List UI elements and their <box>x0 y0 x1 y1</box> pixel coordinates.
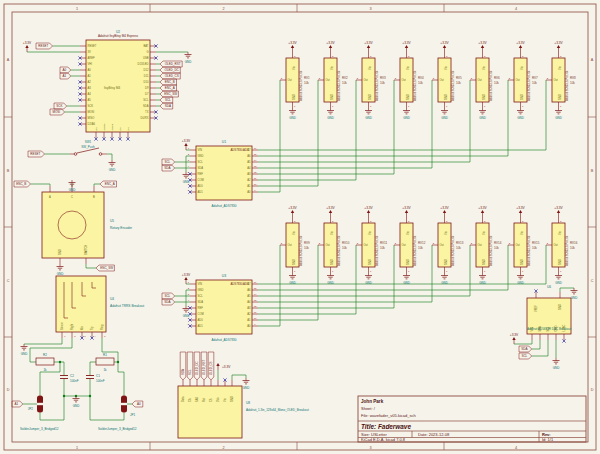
svg-text:RESET: RESET <box>30 152 40 156</box>
svg-text:Adafruit SC6031S Pot 10k: Adafruit SC6031S Pot 10k <box>451 235 455 266</box>
svg-text:3: 3 <box>408 55 410 58</box>
svg-text:ENC_SW: ENC_SW <box>100 266 113 270</box>
slider-rv16[interactable]: VinOutGND321Adafruit SC6031S Pot 10kRV16… <box>546 206 578 285</box>
svg-text:Out: Out <box>516 243 520 247</box>
svg-text:RESET: RESET <box>88 44 97 48</box>
svg-text:2: 2 <box>222 7 224 11</box>
svg-text:+3.3V: +3.3V <box>182 139 191 143</box>
svg-text:1: 1 <box>408 105 410 108</box>
slider-rv5[interactable]: VinOutGND321Adafruit SC6031S Pot 10kRV51… <box>432 41 462 120</box>
svg-text:A7: A7 <box>247 282 251 286</box>
svg-text:Out: Out <box>402 243 406 247</box>
svg-text:MOSI: MOSI <box>88 110 95 114</box>
slider-rv1[interactable]: VinOutGND321Adafruit SC6031S Pot 10kRV11… <box>280 41 310 120</box>
svg-text:GND: GND <box>69 188 77 192</box>
svg-text:3: 3 <box>370 55 372 58</box>
slider-rv6[interactable]: VinOutGND321Adafruit SC6031S Pot 10kRV61… <box>470 41 500 120</box>
svg-text:AD0: AD0 <box>198 184 204 188</box>
svg-text:RV2: RV2 <box>342 76 348 80</box>
slider-rv11[interactable]: VinOutGND321Adafruit SC6031S Pot 10kRV11… <box>356 206 388 285</box>
svg-text:10k: 10k <box>342 81 347 85</box>
svg-text:Adafruit TRRS Breakout: Adafruit TRRS Breakout <box>110 304 144 308</box>
slider-rv12[interactable]: VinOutGND321Adafruit SC6031S Pot 10kRV12… <box>394 206 426 285</box>
svg-text:9: 9 <box>254 323 256 326</box>
svg-text:RV16: RV16 <box>570 241 578 245</box>
svg-text:3: 3 <box>522 220 524 223</box>
svg-text:Vin: Vin <box>558 231 562 235</box>
rc-network[interactable]: R21kR11kC2100nFC1100nFGNDJP2SolderJumper… <box>12 353 143 431</box>
svg-text:1: 1 <box>522 270 524 273</box>
svg-text:1: 1 <box>294 270 296 273</box>
svg-text:GND: GND <box>243 386 251 390</box>
svg-text:10k: 10k <box>304 81 309 85</box>
svg-text:GND: GND <box>198 288 204 292</box>
slider-rv10[interactable]: VinOutGND321Adafruit SC6031S Pot 10kRV10… <box>318 206 350 285</box>
svg-text:SA0: SA0 <box>195 397 199 402</box>
svg-text:B: B <box>591 169 594 173</box>
svg-text:Adafruit_ADS7830: Adafruit_ADS7830 <box>212 338 237 342</box>
svg-text:GND: GND <box>198 154 204 158</box>
svg-text:Right: Right <box>70 324 74 330</box>
svg-text:16: 16 <box>254 281 257 284</box>
sw1-symbol[interactable]: SW1SW_PushRESETGND <box>28 140 116 172</box>
encoder-symbol[interactable]: U5Rotary EncoderACBGNDSWITCHENC_BENC_AEN… <box>14 180 133 276</box>
svg-text:GND: GND <box>517 116 525 120</box>
svg-text:VHI: VHI <box>88 62 93 66</box>
svg-text:RV11: RV11 <box>380 241 388 245</box>
dac-symbol[interactable]: U6Adafruit AD5693R DAC BreakoutVREFGNDVI… <box>510 285 578 370</box>
slider-rv3[interactable]: VinOutGND321Adafruit SC6031S Pot 10kRV31… <box>356 41 386 120</box>
svg-text:+3.3V: +3.3V <box>364 41 373 45</box>
slider-rv2[interactable]: VinOutGND321Adafruit SC6031S Pot 10kRV21… <box>318 41 348 120</box>
svg-text:+3.3V: +3.3V <box>510 333 519 337</box>
slider-rv13[interactable]: VinOutGND321Adafruit SC6031S Pot 10kRV13… <box>432 206 464 285</box>
svg-text:100nF: 100nF <box>96 379 105 383</box>
svg-text:Vin: Vin <box>406 231 410 235</box>
svg-text:Adafruit SC6031S Pot 10k: Adafruit SC6031S Pot 10k <box>527 235 531 266</box>
slider-rv4[interactable]: VinOutGND321Adafruit SC6031S Pot 10kRV41… <box>394 41 424 120</box>
adc-symbol-u1[interactable]: U1ADS7830 ADCVIN1GND2SCL3SDA4REF5COM6AD0… <box>162 139 258 208</box>
slider-rv7[interactable]: VinOutGND321Adafruit SC6031S Pot 10kRV71… <box>508 41 538 120</box>
svg-text:3: 3 <box>369 446 371 450</box>
trrs-symbol[interactable]: U4Adafruit TRRS BreakoutSleeve1Right2Mic… <box>21 276 145 356</box>
adc-symbol-u3[interactable]: U3ADS7830 ADCVIN1GND2SCL3SDA4REF5COM6AD0… <box>162 273 258 342</box>
svg-text:OLED_DC: OLED_DC <box>195 361 199 375</box>
svg-text:2: 2 <box>395 242 397 245</box>
svg-text:A3: A3 <box>88 86 92 90</box>
svg-text:12: 12 <box>254 305 257 308</box>
svg-text:SDA: SDA <box>165 104 171 108</box>
svg-text:4: 4 <box>515 446 517 450</box>
svg-text:C: C <box>591 279 594 283</box>
svg-text:D: D <box>591 388 594 392</box>
svg-text:SDA: SDA <box>198 166 204 170</box>
svg-text:14: 14 <box>254 293 257 296</box>
svg-text:Out: Out <box>554 78 558 82</box>
slider-rv15[interactable]: VinOutGND321Adafruit SC6031S Pot 10kRV15… <box>508 206 540 285</box>
svg-text:VIN: VIN <box>530 327 534 331</box>
svg-text:A6: A6 <box>247 288 251 292</box>
slider-rv9[interactable]: VinOutGND321Adafruit SC6031S Pot 10kRV91… <box>280 206 310 285</box>
svg-text:GND: GND <box>365 281 373 285</box>
slider-rv8[interactable]: VinOutGND321Adafruit SC6031S Pot 10kRV81… <box>546 41 576 120</box>
svg-text:GND: GND <box>183 314 191 318</box>
svg-text:GND: GND <box>558 259 562 265</box>
svg-text:12: 12 <box>254 171 257 174</box>
svg-text:A2: A2 <box>88 80 92 84</box>
svg-text:C2: C2 <box>70 374 74 378</box>
oled-symbol[interactable]: U8Adafruit_1.3in_128x64_Mono_OLED_Breako… <box>178 352 309 438</box>
svg-text:RV8: RV8 <box>570 76 576 80</box>
slider-rv14[interactable]: VinOutGND321Adafruit SC6031S Pot 10kRV14… <box>470 206 502 285</box>
svg-text:RV6: RV6 <box>494 76 500 80</box>
svg-text:A1: A1 <box>247 184 251 188</box>
svg-text:Ring: Ring <box>100 324 104 330</box>
svg-text:U2: U2 <box>116 30 120 34</box>
svg-text:+3.3V: +3.3V <box>402 41 411 45</box>
svg-text:2: 2 <box>188 153 190 156</box>
svg-text:C: C <box>71 195 73 199</box>
svg-text:GND: GND <box>109 168 117 172</box>
svg-text:A3: A3 <box>247 172 251 176</box>
svg-text:U3: U3 <box>222 274 226 278</box>
svg-text:+3.3V: +3.3V <box>364 206 373 210</box>
svg-text:Out: Out <box>554 243 558 247</box>
titleblock-tool: KiCad E.D.A. kicad 7.0.8 <box>361 437 406 442</box>
svg-text:GND: GND <box>444 94 448 100</box>
